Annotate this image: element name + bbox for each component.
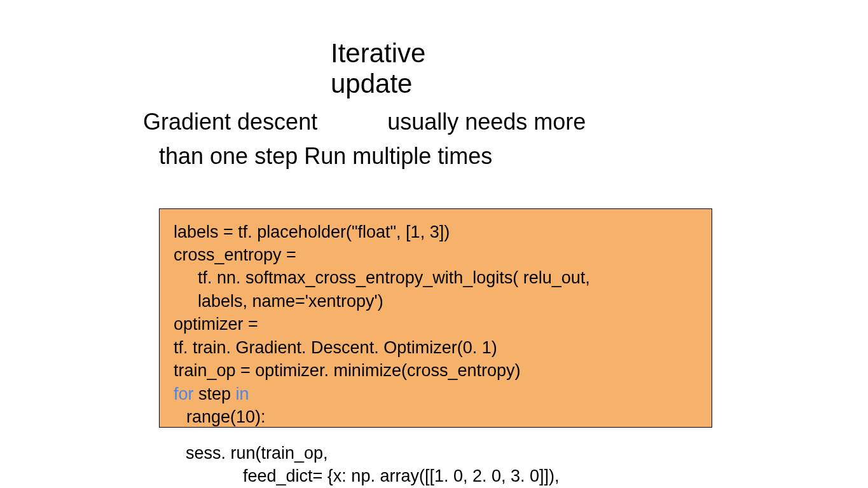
keyword-for: for: [174, 384, 194, 403]
code-overflow: sess. run(train_op, feed_dict= {x: np. a…: [30, 442, 583, 488]
code-line-3: tf. nn. softmax_cross_entropy_with_logit…: [174, 266, 698, 289]
slide-container: Iterative update Gradient descent usuall…: [143, 38, 728, 428]
keyword-in: in: [236, 384, 249, 403]
code-line-7: train_op = optimizer. minimize(cross_ent…: [174, 359, 698, 382]
title-line-1: Iterative: [331, 38, 728, 69]
title-line-2: update: [331, 69, 728, 99]
code-line-4: labels, name='xentropy'): [174, 290, 698, 313]
subtitle-part-2: than one step Run multiple times: [159, 139, 728, 173]
subtitle-part-1b: usually needs more: [387, 109, 586, 135]
code-line-9: range(10):: [174, 405, 698, 428]
code-line-5: optimizer =: [174, 313, 698, 336]
slide-subtitle: Gradient descent usually needs more than…: [143, 105, 728, 173]
code-line-10: sess. run(train_op,: [30, 442, 583, 464]
code-line-1: labels = tf. placeholder("float", [1, 3]…: [174, 220, 698, 243]
code-block: labels = tf. placeholder("float", [1, 3]…: [159, 208, 712, 428]
code-step-var: step: [194, 384, 236, 403]
subtitle-part-1a: Gradient descent: [143, 109, 317, 135]
code-line-8: for step in: [174, 383, 698, 405]
code-line-11: feed_dict= {x: np. array([[1. 0, 2. 0, 3…: [30, 464, 583, 487]
slide-title: Iterative update: [331, 38, 728, 100]
code-line-2: cross_entropy =: [174, 243, 698, 266]
code-line-6: tf. train. Gradient. Descent. Optimizer(…: [174, 336, 698, 359]
